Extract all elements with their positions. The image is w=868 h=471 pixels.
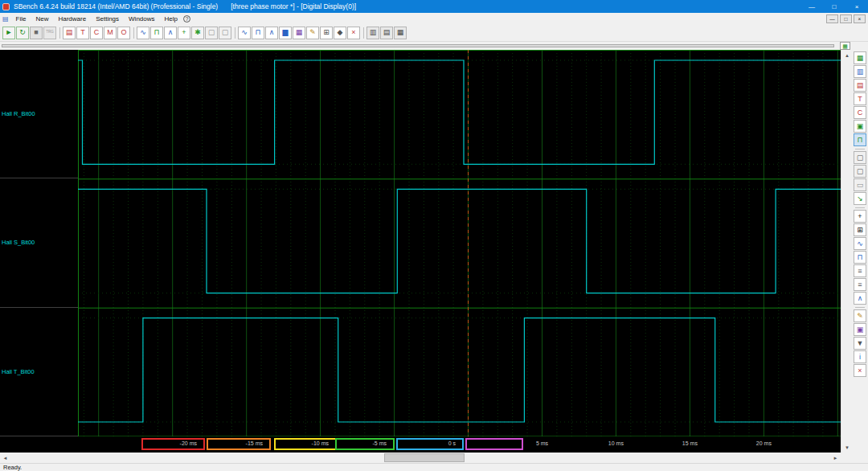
block-icon[interactable]: ▣ [854, 323, 866, 336]
card-panel-button[interactable]: ▢ [205, 27, 218, 39]
info-icon[interactable]: i [854, 350, 866, 363]
scroll-left-button[interactable]: ◄ [0, 453, 10, 463]
acquisition-display-icon[interactable]: ▣ [854, 120, 866, 133]
mdi-close-button[interactable]: × [854, 14, 866, 23]
input-card-icon[interactable]: ▤ [854, 79, 866, 92]
close-button[interactable]: × [845, 0, 868, 13]
fit-view-icon[interactable]: ↘ [854, 192, 866, 205]
maximize-button[interactable]: □ [823, 0, 845, 13]
axis-tick-label: 5 ms [536, 440, 548, 446]
histogram-display-button[interactable]: ▆ [279, 27, 292, 39]
analog-display-button[interactable]: ∿ [238, 27, 251, 39]
list-alt-icon[interactable]: ≡ [854, 278, 866, 291]
channel-label: Hall R_Bit00 [0, 110, 35, 117]
digital-display-icon[interactable]: ⊓ [854, 133, 866, 146]
signal-manager-icon[interactable]: ▦ [854, 51, 866, 64]
window-controls: — □ × [800, 0, 868, 13]
time-position-strip [0, 42, 839, 50]
menu-windows[interactable]: Windows [124, 13, 159, 24]
menu-new[interactable]: New [31, 13, 53, 24]
toolbar-separator [133, 27, 134, 39]
spectrum-icon[interactable]: ∧ [854, 292, 866, 305]
axis-settings-button[interactable]: ▦ [840, 42, 850, 50]
clock-card-icon[interactable]: C [854, 106, 866, 119]
horizontal-scroll-thumb[interactable] [384, 453, 465, 462]
notes-icon[interactable]: ✎ [854, 309, 866, 322]
analog-wave-icon[interactable]: ∿ [854, 237, 866, 250]
app-icon [2, 3, 10, 10]
trigger-card-icon[interactable]: T [854, 92, 866, 105]
trigger-settings-button[interactable]: T [76, 27, 89, 39]
square-wave-icon[interactable]: ⊓ [854, 251, 866, 264]
horizontal-scrollbar[interactable]: ◄ ► [0, 453, 841, 463]
title-bar: SBench 6.4.24 build 18214 (Intel/AMD 64b… [0, 0, 868, 13]
notes-button[interactable]: ✎ [306, 27, 319, 39]
channel-row-1: Hall S_Bit00 [0, 178, 78, 307]
menu-items: FileNewHardwareSettingsWindowsHelp [11, 13, 182, 24]
force-trigger-button[interactable]: TRG [43, 27, 56, 39]
monitor-icon[interactable]: ▢ [854, 151, 866, 164]
stop-button[interactable]: ■ [30, 27, 43, 39]
child-window-icon: ▤ [2, 15, 9, 23]
cursor-icon[interactable]: + [854, 210, 866, 223]
layout-vertical-button[interactable]: ▥ [366, 27, 379, 39]
scroll-right-button[interactable]: ► [830, 453, 841, 463]
close-display-icon[interactable]: × [854, 364, 866, 377]
main-toolbar: ►↻■TRG▤TCMO∿⊓∧+✱▢▢∿⊓∧▆▦✎⊞◆×▥▤▦ [0, 24, 868, 42]
list-icon[interactable]: ≡ [854, 264, 866, 277]
channel-label: Hall S_Bit00 [0, 239, 35, 246]
time-axis: -20 ms-15 ms-10 ms-5 ms0 s5 ms10 ms15 ms… [78, 436, 841, 453]
toolbar-separator [855, 307, 865, 308]
axis-tick-label: 20 ms [756, 440, 772, 446]
scroll-up-button[interactable]: ▲ [841, 50, 853, 60]
axis-marker-box-3: -5 ms [335, 438, 395, 450]
mode-settings-button[interactable]: M [104, 27, 117, 39]
minimize-button[interactable]: — [800, 0, 823, 13]
toolbar-separator [363, 27, 364, 39]
menu-help[interactable]: Help [160, 13, 182, 24]
axis-tick-label: 15 ms [682, 440, 698, 446]
input-settings-button[interactable]: ▤ [63, 27, 76, 39]
mdi-restore-button[interactable]: □ [840, 14, 852, 23]
scroll-down-button[interactable]: ▼ [841, 442, 853, 453]
new-spectrum-display-button[interactable]: ∧ [164, 27, 177, 39]
start-loop-button[interactable]: ↻ [16, 27, 29, 39]
status-text: Ready. [3, 464, 22, 471]
menu-hardware[interactable]: Hardware [53, 13, 91, 24]
help-icon[interactable]: ? [183, 15, 190, 23]
digital-plot[interactable]: -20 ms-15 ms-10 ms-5 ms0 s5 ms10 ms15 ms… [78, 50, 841, 453]
new-analog-display-button[interactable]: ∿ [137, 27, 149, 39]
export-icon[interactable]: ▼ [854, 337, 866, 350]
column-view-icon[interactable]: ▥ [854, 65, 866, 78]
panel-icon[interactable]: ▭ [854, 178, 866, 191]
menu-settings[interactable]: Settings [91, 13, 124, 24]
mdi-minimize-button[interactable]: — [826, 14, 838, 23]
info-panel-button[interactable]: ▢ [219, 27, 231, 39]
axis-tick-label: 10 ms [608, 440, 624, 446]
layout-horizontal-button[interactable]: ▤ [380, 27, 393, 39]
data-table-button[interactable]: ▦ [293, 27, 305, 39]
toolbar-separator [855, 149, 865, 149]
channel-row-2: Hall T_Bit00 [0, 308, 78, 436]
menu-file[interactable]: File [11, 13, 31, 24]
cursor-grid-icon[interactable]: ⊞ [854, 223, 866, 236]
option-settings-button[interactable]: O [117, 27, 130, 39]
right-toolbar: ▦▥▤TC▣⊓▢▢▭↘+⊞∿⊓≡≡∧✎▣▼i× [852, 50, 868, 453]
layout-grid-button[interactable]: ▦ [394, 27, 407, 39]
status-bar: Ready. [0, 463, 868, 471]
settings-button[interactable]: ✱ [191, 27, 204, 39]
toolbar-separator [235, 27, 235, 39]
start-button[interactable]: ► [2, 27, 15, 39]
fft-display-button[interactable]: ∧ [265, 27, 278, 39]
monitor-alt-icon[interactable]: ▢ [854, 165, 866, 178]
digital-display-button[interactable]: ⊓ [252, 27, 264, 39]
new-display-group-button[interactable]: + [178, 27, 190, 39]
vertical-scrollbar[interactable]: ▲ ▼ [841, 50, 852, 453]
time-position-slider[interactable] [2, 44, 834, 47]
new-digital-display-button[interactable]: ⊓ [150, 27, 163, 39]
channel-label-panel: Hall R_Bit00Hall S_Bit00Hall T_Bit00 [0, 50, 78, 453]
delete-display-button[interactable]: × [347, 27, 360, 39]
calculation-button[interactable]: ⊞ [320, 27, 333, 39]
combine-signals-button[interactable]: ◆ [334, 27, 346, 39]
clock-settings-button[interactable]: C [90, 27, 103, 39]
